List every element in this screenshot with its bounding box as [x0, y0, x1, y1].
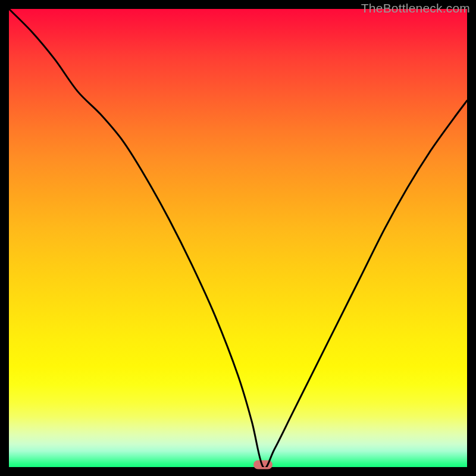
bottleneck-curve — [9, 9, 467, 467]
chart-container: TheBottleneck.com — [0, 0, 476, 476]
plot-area — [9, 9, 467, 467]
watermark-text: TheBottleneck.com — [361, 1, 470, 15]
